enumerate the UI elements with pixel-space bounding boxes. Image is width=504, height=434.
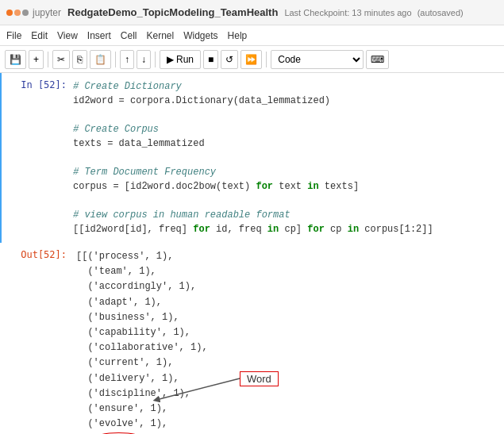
- move-up-button[interactable]: ↑: [120, 50, 134, 69]
- checkpoint-text: Last Checkpoint: 13 minutes ago (autosav…: [284, 8, 463, 17]
- output-prompt: Out[52]:: [2, 246, 73, 434]
- menu-edit[interactable]: Edit: [31, 30, 48, 41]
- title-bar: jupyter RedgateDemo_TopicModeling_TeamHe…: [0, 0, 504, 25]
- toolbar-separator-2: [115, 52, 116, 67]
- logo-circle-2: [14, 10, 21, 16]
- restart-button[interactable]: ↺: [221, 50, 238, 69]
- run-icon: ▶: [167, 54, 174, 65]
- move-down-button[interactable]: ↓: [137, 50, 151, 69]
- output-text: [[('process', 1), ('team', 1), ('accordi…: [73, 249, 501, 434]
- keyboard-button[interactable]: ⌨: [366, 50, 389, 69]
- output-content: [[('process', 1), ('team', 1), ('accordi…: [73, 246, 504, 434]
- jupyter-text: jupyter: [33, 7, 61, 18]
- cell-type-select[interactable]: Code Markdown Raw NBConvert: [271, 50, 364, 69]
- toolbar-separator-3: [155, 52, 156, 67]
- run-label: Run: [176, 54, 194, 65]
- cut-button[interactable]: ✂: [52, 50, 70, 69]
- jupyter-logo: jupyter: [6, 7, 61, 18]
- menu-widgets[interactable]: Widgets: [183, 30, 217, 41]
- word-annotation-box: Word: [240, 371, 279, 386]
- menu-view[interactable]: View: [57, 30, 78, 41]
- toolbar-separator-1: [48, 52, 48, 67]
- input-cell: In [52]: # Create Dictionary id2word = c…: [0, 73, 504, 243]
- input-content[interactable]: # Create Dictionary id2word = corpora.Di…: [73, 76, 504, 240]
- menu-cell[interactable]: Cell: [121, 30, 137, 41]
- menu-kernel[interactable]: Kernel: [147, 30, 175, 41]
- menu-bar: File Edit View Insert Cell Kernel Widget…: [0, 25, 504, 46]
- menu-insert[interactable]: Insert: [87, 30, 111, 41]
- toolbar-separator-4: [266, 52, 267, 67]
- notebook-filename: RedgateDemo_TopicModeling_TeamHealth: [67, 6, 278, 18]
- input-prompt: In [52]:: [2, 76, 73, 240]
- logo-circle-3: [22, 10, 29, 16]
- toolbar: 💾 + ✂ ⎘ 📋 ↑ ↓ ▶ Run ■ ↺ ⏩ Code Markdown …: [0, 46, 504, 73]
- copy-button[interactable]: ⎘: [72, 50, 87, 69]
- output-cell: Out[52]: [[('process', 1), ('team', 1), …: [0, 243, 504, 434]
- save-button[interactable]: 💾: [5, 50, 26, 69]
- notebook: In [52]: # Create Dictionary id2word = c…: [0, 73, 504, 434]
- add-cell-button[interactable]: +: [29, 50, 44, 69]
- fast-forward-button[interactable]: ⏩: [240, 50, 262, 69]
- stop-button[interactable]: ■: [203, 50, 218, 69]
- code-block: # Create Dictionary id2word = corpora.Di…: [73, 79, 501, 236]
- run-button[interactable]: ▶ Run: [160, 50, 201, 69]
- paste-button[interactable]: 📋: [90, 50, 111, 69]
- logo-circle-1: [6, 10, 13, 16]
- menu-help[interactable]: Help: [228, 30, 248, 41]
- menu-file[interactable]: File: [6, 30, 21, 41]
